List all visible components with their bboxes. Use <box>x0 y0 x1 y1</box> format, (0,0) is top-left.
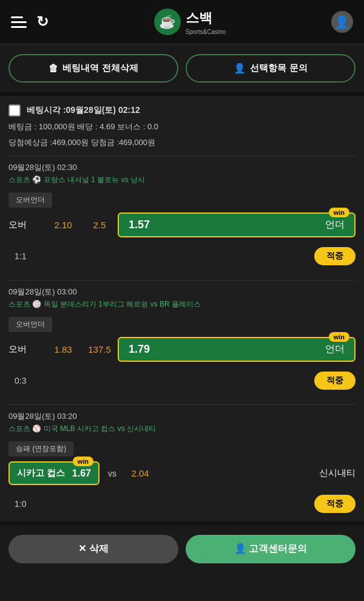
jeokjung-button-3[interactable]: 적중 <box>314 495 356 513</box>
bet-header: 베팅시각 :09월28일(토) 02:12 <box>8 104 356 117</box>
match-date-2: 09월28일(토) 03:00 <box>8 287 356 297</box>
match-date-3: 09월28일(토) 03:20 <box>8 411 356 422</box>
app-header: ↻ ☕ 스백 Sports&Casino 👤 <box>0 0 364 44</box>
header-left: ↻ <box>11 13 49 30</box>
bet-type-3: 승패 (연장포함) <box>8 441 73 457</box>
bet-type-2: 오버언더 <box>8 317 52 332</box>
delete-button[interactable]: ✕ 삭제 <box>8 535 178 563</box>
score-row-3: 1:0 적중 <box>8 490 356 521</box>
score-3: 1:0 <box>8 499 26 509</box>
odds-val-2: 1.83 <box>45 344 81 355</box>
odds-val-3: 2.04 <box>125 468 155 478</box>
match-date-1: 09월28일(토) 02:30 <box>8 162 356 173</box>
bottom-action-buttons: ✕ 삭제 👤 고객센터문의 <box>0 525 364 573</box>
bet-type-1: 오버언더 <box>8 192 52 208</box>
delete-all-label: 베팅내역 전체삭제 <box>62 63 138 74</box>
odds-val-1: 2.10 <box>45 220 81 230</box>
selected-odd-2: 1.79 <box>129 343 150 356</box>
logo-title: 스백 <box>186 9 226 27</box>
inquiry-label: 선택항목 문의 <box>250 63 307 74</box>
bet-meta-line2: 당첨예상금 :469,000원 당첨금 :469,000원 <box>8 136 356 149</box>
selected-odd-3: 1.67 <box>72 468 91 479</box>
user-profile-icon[interactable]: 👤 <box>331 11 353 33</box>
match-item-2: 09월28일(토) 03:00 스포츠 🏐 독일 분데스리가 1부리그 헤르슁 … <box>8 280 356 398</box>
team-right-3: 신시내티 <box>319 467 356 479</box>
bet-card: 베팅시각 :09월28일(토) 02:12 베팅금 : 100,000원 배당 … <box>0 96 364 525</box>
odds-line-2: 137.5 <box>81 344 118 355</box>
selected-type-2: 언더 <box>325 343 345 356</box>
vs-text-3: vs <box>108 469 116 478</box>
bet-meta-line1: 베팅금 : 100,000원 배당 : 4.69 보너스 : 0.0 <box>8 120 356 134</box>
selected-type-1: 언더 <box>325 219 345 231</box>
odds-selected-2: win 1.79 언더 <box>118 337 356 362</box>
score-2: 0:3 <box>8 376 26 385</box>
logo-text-area: 스백 Sports&Casino <box>186 9 226 35</box>
bet-checkbox[interactable] <box>8 104 21 117</box>
logo-area: ☕ 스백 Sports&Casino <box>154 8 226 35</box>
odds-side-1: 오버 <box>8 219 45 231</box>
score-row-2: 0:3 적중 <box>8 367 356 398</box>
match-item-1: 09월28일(토) 02:30 스포츠 ⚽ 프랑스 내셔널 1 볼로뉴 vs 낭… <box>8 155 356 274</box>
logo-subtitle: Sports&Casino <box>186 29 226 35</box>
selected-team-3: 시카고 컵스 <box>17 467 65 479</box>
match-item-3: 09월28일(토) 03:20 스포츠 ⚾ 미국 MLB 시카고 컵스 vs 신… <box>8 404 356 521</box>
delete-icon: 🗑 <box>49 63 58 74</box>
win-badge-3: win <box>73 457 93 466</box>
score-1: 1:1 <box>8 251 26 261</box>
match-league-2: 스포츠 🏐 독일 분데스리가 1부리그 헤르슁 vs BR 플레이스 <box>8 299 356 310</box>
odds-row-2: 오버 1.83 137.5 win 1.79 언더 <box>8 337 356 362</box>
top-action-buttons: 🗑 베팅내역 전체삭제 👤 선택항목 문의 <box>0 44 364 92</box>
odds-line-1: 2.5 <box>81 220 118 230</box>
match-league-3: 스포츠 ⚾ 미국 MLB 시카고 컵스 vs 신시내티 <box>8 424 356 434</box>
odds-row-1: 오버 2.10 2.5 win 1.57 언더 <box>8 212 356 237</box>
delete-all-button[interactable]: 🗑 베팅내역 전체삭제 <box>8 54 178 83</box>
selected-odd-1: 1.57 <box>129 219 150 231</box>
jeokjung-button-2[interactable]: 적중 <box>314 372 356 390</box>
customer-inquiry-button[interactable]: 👤 고객센터문의 <box>186 535 356 563</box>
hamburger-menu-icon[interactable] <box>11 16 27 28</box>
win-badge-1: win <box>329 208 349 217</box>
odds-selected-1: win 1.57 언더 <box>118 212 356 237</box>
jeokjung-button-1[interactable]: 적중 <box>314 247 356 265</box>
odds-row-3: win 시카고 컵스 1.67 vs 2.04 신시내티 <box>8 461 356 485</box>
refresh-icon[interactable]: ↻ <box>36 13 49 30</box>
match-league-1: 스포츠 ⚽ 프랑스 내셔널 1 볼로뉴 vs 낭시 <box>8 175 356 185</box>
odds-side-2: 오버 <box>8 344 45 355</box>
bet-time: 베팅시각 :09월28일(토) 02:12 <box>27 105 140 116</box>
inquiry-button[interactable]: 👤 선택항목 문의 <box>186 54 356 83</box>
inquiry-icon: 👤 <box>234 63 246 74</box>
odds-selected-3: win 시카고 컵스 1.67 <box>8 461 99 485</box>
score-row-1: 1:1 적중 <box>8 242 356 274</box>
win-badge-2: win <box>329 332 349 342</box>
logo-icon: ☕ <box>154 8 181 35</box>
